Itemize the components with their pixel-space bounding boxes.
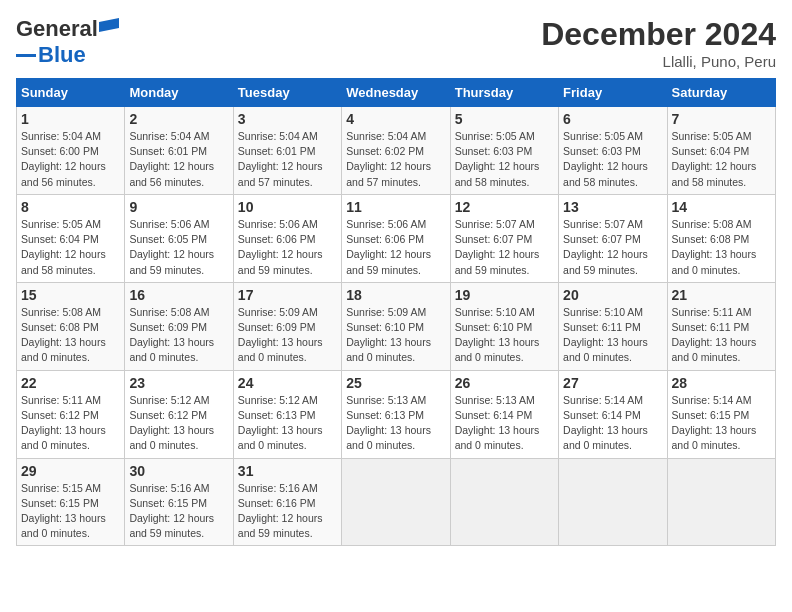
day-number: 23 (129, 375, 228, 391)
calendar-body: 1Sunrise: 5:04 AM Sunset: 6:00 PM Daylig… (17, 107, 776, 546)
calendar-day: 11Sunrise: 5:06 AM Sunset: 6:06 PM Dayli… (342, 194, 450, 282)
calendar-day: 10Sunrise: 5:06 AM Sunset: 6:06 PM Dayli… (233, 194, 341, 282)
day-number: 6 (563, 111, 662, 127)
calendar-day: 8Sunrise: 5:05 AM Sunset: 6:04 PM Daylig… (17, 194, 125, 282)
calendar-day: 14Sunrise: 5:08 AM Sunset: 6:08 PM Dayli… (667, 194, 775, 282)
logo-bird-icon (99, 18, 121, 36)
day-number: 8 (21, 199, 120, 215)
calendar-table: SundayMondayTuesdayWednesdayThursdayFrid… (16, 78, 776, 546)
calendar-week-4: 22Sunrise: 5:11 AM Sunset: 6:12 PM Dayli… (17, 370, 776, 458)
day-number: 30 (129, 463, 228, 479)
calendar-day (559, 458, 667, 546)
header-tuesday: Tuesday (233, 79, 341, 107)
logo-general: General (16, 16, 98, 42)
day-number: 19 (455, 287, 554, 303)
day-number: 4 (346, 111, 445, 127)
day-number: 5 (455, 111, 554, 127)
calendar-week-1: 1Sunrise: 5:04 AM Sunset: 6:00 PM Daylig… (17, 107, 776, 195)
day-info: Sunrise: 5:16 AM Sunset: 6:15 PM Dayligh… (129, 481, 228, 542)
header-saturday: Saturday (667, 79, 775, 107)
day-info: Sunrise: 5:10 AM Sunset: 6:11 PM Dayligh… (563, 305, 662, 366)
day-info: Sunrise: 5:04 AM Sunset: 6:01 PM Dayligh… (129, 129, 228, 190)
calendar-day: 19Sunrise: 5:10 AM Sunset: 6:10 PM Dayli… (450, 282, 558, 370)
day-info: Sunrise: 5:05 AM Sunset: 6:03 PM Dayligh… (455, 129, 554, 190)
day-info: Sunrise: 5:15 AM Sunset: 6:15 PM Dayligh… (21, 481, 120, 542)
day-number: 26 (455, 375, 554, 391)
calendar-day: 30Sunrise: 5:16 AM Sunset: 6:15 PM Dayli… (125, 458, 233, 546)
day-number: 11 (346, 199, 445, 215)
calendar-day: 27Sunrise: 5:14 AM Sunset: 6:14 PM Dayli… (559, 370, 667, 458)
day-info: Sunrise: 5:12 AM Sunset: 6:12 PM Dayligh… (129, 393, 228, 454)
logo: General Blue (16, 16, 121, 68)
day-info: Sunrise: 5:16 AM Sunset: 6:16 PM Dayligh… (238, 481, 337, 542)
day-info: Sunrise: 5:13 AM Sunset: 6:13 PM Dayligh… (346, 393, 445, 454)
header-friday: Friday (559, 79, 667, 107)
location: Llalli, Puno, Peru (541, 53, 776, 70)
day-number: 3 (238, 111, 337, 127)
day-number: 29 (21, 463, 120, 479)
header-wednesday: Wednesday (342, 79, 450, 107)
day-info: Sunrise: 5:07 AM Sunset: 6:07 PM Dayligh… (455, 217, 554, 278)
day-number: 15 (21, 287, 120, 303)
calendar-day: 17Sunrise: 5:09 AM Sunset: 6:09 PM Dayli… (233, 282, 341, 370)
day-info: Sunrise: 5:08 AM Sunset: 6:08 PM Dayligh… (21, 305, 120, 366)
day-number: 7 (672, 111, 771, 127)
calendar-day: 9Sunrise: 5:06 AM Sunset: 6:05 PM Daylig… (125, 194, 233, 282)
day-number: 20 (563, 287, 662, 303)
calendar-day: 13Sunrise: 5:07 AM Sunset: 6:07 PM Dayli… (559, 194, 667, 282)
title-section: December 2024 Llalli, Puno, Peru (541, 16, 776, 70)
calendar-day: 6Sunrise: 5:05 AM Sunset: 6:03 PM Daylig… (559, 107, 667, 195)
day-number: 27 (563, 375, 662, 391)
day-info: Sunrise: 5:04 AM Sunset: 6:02 PM Dayligh… (346, 129, 445, 190)
calendar-day: 16Sunrise: 5:08 AM Sunset: 6:09 PM Dayli… (125, 282, 233, 370)
day-info: Sunrise: 5:09 AM Sunset: 6:09 PM Dayligh… (238, 305, 337, 366)
day-info: Sunrise: 5:08 AM Sunset: 6:09 PM Dayligh… (129, 305, 228, 366)
calendar-week-3: 15Sunrise: 5:08 AM Sunset: 6:08 PM Dayli… (17, 282, 776, 370)
calendar-day: 18Sunrise: 5:09 AM Sunset: 6:10 PM Dayli… (342, 282, 450, 370)
day-info: Sunrise: 5:12 AM Sunset: 6:13 PM Dayligh… (238, 393, 337, 454)
calendar-day (667, 458, 775, 546)
day-number: 22 (21, 375, 120, 391)
calendar-day: 21Sunrise: 5:11 AM Sunset: 6:11 PM Dayli… (667, 282, 775, 370)
day-info: Sunrise: 5:11 AM Sunset: 6:11 PM Dayligh… (672, 305, 771, 366)
day-info: Sunrise: 5:06 AM Sunset: 6:06 PM Dayligh… (346, 217, 445, 278)
logo-blue: Blue (38, 42, 86, 68)
svg-marker-0 (99, 18, 119, 32)
day-number: 10 (238, 199, 337, 215)
day-info: Sunrise: 5:09 AM Sunset: 6:10 PM Dayligh… (346, 305, 445, 366)
day-number: 25 (346, 375, 445, 391)
day-info: Sunrise: 5:04 AM Sunset: 6:00 PM Dayligh… (21, 129, 120, 190)
day-number: 9 (129, 199, 228, 215)
calendar-day: 20Sunrise: 5:10 AM Sunset: 6:11 PM Dayli… (559, 282, 667, 370)
day-info: Sunrise: 5:10 AM Sunset: 6:10 PM Dayligh… (455, 305, 554, 366)
calendar-day: 25Sunrise: 5:13 AM Sunset: 6:13 PM Dayli… (342, 370, 450, 458)
day-number: 17 (238, 287, 337, 303)
calendar-day: 26Sunrise: 5:13 AM Sunset: 6:14 PM Dayli… (450, 370, 558, 458)
calendar-day: 15Sunrise: 5:08 AM Sunset: 6:08 PM Dayli… (17, 282, 125, 370)
calendar-day: 29Sunrise: 5:15 AM Sunset: 6:15 PM Dayli… (17, 458, 125, 546)
calendar-day (450, 458, 558, 546)
header-monday: Monday (125, 79, 233, 107)
calendar-day: 24Sunrise: 5:12 AM Sunset: 6:13 PM Dayli… (233, 370, 341, 458)
day-number: 24 (238, 375, 337, 391)
calendar-day: 7Sunrise: 5:05 AM Sunset: 6:04 PM Daylig… (667, 107, 775, 195)
calendar-day: 1Sunrise: 5:04 AM Sunset: 6:00 PM Daylig… (17, 107, 125, 195)
day-info: Sunrise: 5:05 AM Sunset: 6:03 PM Dayligh… (563, 129, 662, 190)
header-thursday: Thursday (450, 79, 558, 107)
day-info: Sunrise: 5:14 AM Sunset: 6:15 PM Dayligh… (672, 393, 771, 454)
day-number: 31 (238, 463, 337, 479)
calendar-day (342, 458, 450, 546)
day-info: Sunrise: 5:05 AM Sunset: 6:04 PM Dayligh… (21, 217, 120, 278)
day-info: Sunrise: 5:14 AM Sunset: 6:14 PM Dayligh… (563, 393, 662, 454)
calendar-week-5: 29Sunrise: 5:15 AM Sunset: 6:15 PM Dayli… (17, 458, 776, 546)
calendar-day: 12Sunrise: 5:07 AM Sunset: 6:07 PM Dayli… (450, 194, 558, 282)
calendar-day: 3Sunrise: 5:04 AM Sunset: 6:01 PM Daylig… (233, 107, 341, 195)
day-info: Sunrise: 5:08 AM Sunset: 6:08 PM Dayligh… (672, 217, 771, 278)
calendar-week-2: 8Sunrise: 5:05 AM Sunset: 6:04 PM Daylig… (17, 194, 776, 282)
calendar-header-row: SundayMondayTuesdayWednesdayThursdayFrid… (17, 79, 776, 107)
day-number: 13 (563, 199, 662, 215)
calendar-day: 28Sunrise: 5:14 AM Sunset: 6:15 PM Dayli… (667, 370, 775, 458)
day-info: Sunrise: 5:05 AM Sunset: 6:04 PM Dayligh… (672, 129, 771, 190)
page-header: General Blue December 2024 Llalli, Puno,… (16, 16, 776, 70)
day-info: Sunrise: 5:07 AM Sunset: 6:07 PM Dayligh… (563, 217, 662, 278)
